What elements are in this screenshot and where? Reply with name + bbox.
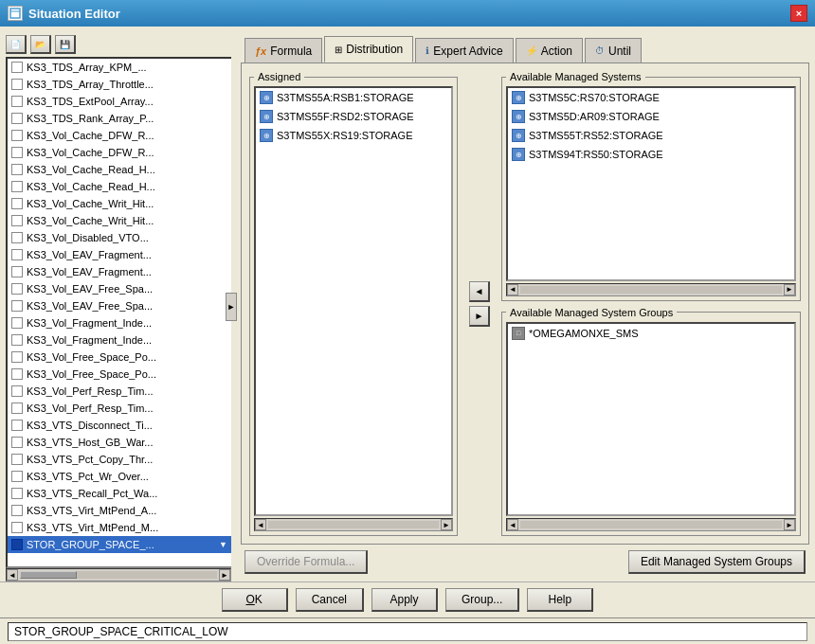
tab-distribution[interactable]: ⊞ Distribution	[324, 36, 413, 63]
list-item[interactable]: KS3_TDS_ExtPool_Array...	[8, 93, 231, 110]
item-checkbox[interactable]	[11, 402, 23, 414]
list-item[interactable]: KS3_Vol_EAV_Free_Spa...	[8, 280, 231, 297]
list-item[interactable]: KS3_Vol_Perf_Resp_Tim...	[8, 400, 231, 417]
item-checkbox[interactable]	[11, 130, 23, 141]
list-item[interactable]: KS3_VTS_Virt_MtPend_M...	[8, 519, 231, 536]
item-checkbox[interactable]	[11, 181, 23, 192]
item-checkbox[interactable]	[11, 79, 23, 90]
list-item[interactable]: KS3_Vol_Cache_DFW_R...	[8, 144, 231, 161]
list-item[interactable]: KS3_Vol_Cache_Writ_Hit...	[8, 212, 231, 229]
item-checkbox[interactable]	[11, 454, 23, 465]
available-system-item[interactable]: ⊕S3TMS5C:RS70:STORAGE	[508, 88, 794, 107]
list-item[interactable]: KS3_VTS_Recall_Pct_Wa...	[8, 485, 231, 502]
tab-action[interactable]: ⚡ Action	[516, 38, 583, 63]
left-hscroll-left[interactable]: ◄	[7, 569, 18, 581]
tab-until[interactable]: ⏱ Until	[585, 38, 642, 63]
assigned-listbox[interactable]: ⊕S3TMS55A:RSB1:STORAGE⊕S3TMS55F:RSD2:STO…	[254, 86, 453, 516]
tab-expert-advice[interactable]: ℹ Expert Advice	[415, 38, 513, 63]
list-item[interactable]: KS3_Vol_Free_Space_Po...	[8, 366, 231, 383]
avail-sys-hscroll-left[interactable]: ◄	[507, 284, 518, 295]
cancel-button[interactable]: Cancel	[296, 588, 364, 612]
group-button[interactable]: Group...	[445, 588, 519, 612]
left-hscroll-right[interactable]: ►	[219, 569, 230, 581]
list-item[interactable]: KS3_Vol_EAV_Free_Spa...	[8, 297, 231, 314]
list-item-selected[interactable]: STOR_GROUP_SPACE_... ▼	[8, 536, 231, 553]
open-button[interactable]: 📂	[30, 35, 51, 54]
available-system-item[interactable]: ⊕S3TMS94T:RS50:STORAGE	[508, 145, 794, 164]
item-label: KS3_Vol_Cache_Read_H...	[27, 181, 155, 192]
left-panel-resize[interactable]: ►	[226, 293, 237, 321]
list-item[interactable]: KS3_VTS_Pct_Copy_Thr...	[8, 451, 231, 468]
available-group-item[interactable]: □*OMEGAMONXE_SMS	[508, 324, 794, 343]
list-item[interactable]: KS3_Vol_Cache_Writ_Hit...	[8, 195, 231, 212]
list-item[interactable]: KS3_Vol_Disabled_VTO...	[8, 229, 231, 246]
item-checkbox[interactable]	[11, 96, 23, 107]
item-checkbox[interactable]	[11, 300, 23, 312]
list-item[interactable]: KS3_Vol_EAV_Fragment...	[8, 263, 231, 280]
assigned-item[interactable]: ⊕S3TMS55X:RS19:STORAGE	[256, 126, 451, 145]
new-button[interactable]: 📄	[6, 35, 27, 54]
item-checkbox[interactable]	[11, 385, 23, 397]
situation-list[interactable]: KS3_TDS_Array_KPM_...KS3_TDS_Array_Throt…	[6, 57, 231, 568]
assigned-item[interactable]: ⊕S3TMS55A:RSB1:STORAGE	[256, 88, 451, 107]
list-item[interactable]: KS3_TDS_Array_Throttle...	[8, 76, 231, 93]
item-checkbox[interactable]	[11, 437, 23, 448]
item-checkbox[interactable]	[11, 215, 23, 226]
available-system-item[interactable]: ⊕S3TMS55T:RS52:STORAGE	[508, 126, 794, 145]
list-item[interactable]: KS3_TDS_Array_KPM_...	[8, 59, 231, 76]
list-item[interactable]: KS3_Vol_Fragment_Inde...	[8, 314, 231, 331]
save-button[interactable]: 💾	[55, 35, 76, 54]
override-formula-button[interactable]: Override Formula...	[244, 550, 368, 574]
list-item[interactable]: KS3_VTS_Pct_Wr_Over...	[8, 468, 231, 485]
item-checkbox[interactable]	[11, 488, 23, 499]
apply-button[interactable]: Apply	[371, 588, 438, 612]
list-item[interactable]: KS3_VTS_Virt_MtPend_A...	[8, 502, 231, 519]
available-system-item[interactable]: ⊕S3TMS5D:AR09:STORAGE	[508, 107, 794, 126]
avail-grp-hscroll-right[interactable]: ►	[784, 519, 795, 530]
list-item[interactable]: KS3_Vol_Cache_DFW_R...	[8, 127, 231, 144]
list-item[interactable]: KS3_VTS_Host_GB_War...	[8, 434, 231, 451]
item-checkbox[interactable]	[11, 198, 23, 209]
list-item[interactable]: KS3_Vol_EAV_Fragment...	[8, 246, 231, 263]
help-button[interactable]: Help	[527, 588, 593, 612]
ok-button[interactable]: OK	[222, 588, 288, 612]
item-checkbox[interactable]	[11, 164, 23, 175]
assigned-hscroll-left[interactable]: ◄	[255, 519, 266, 530]
assigned-hscroll-right[interactable]: ►	[441, 519, 452, 530]
item-checkbox[interactable]	[11, 232, 23, 243]
item-checkbox[interactable]	[11, 505, 23, 516]
item-checkbox[interactable]	[11, 113, 23, 124]
list-item[interactable]: KS3_Vol_Cache_Read_H...	[8, 178, 231, 195]
item-checkbox[interactable]	[11, 420, 23, 431]
assigned-item[interactable]: ⊕S3TMS55F:RSD2:STORAGE	[256, 107, 451, 126]
item-checkbox[interactable]	[11, 62, 23, 73]
edit-groups-button[interactable]: Edit Managed System Groups	[628, 550, 806, 574]
list-item[interactable]: KS3_Vol_Free_Space_Po...	[8, 349, 231, 366]
available-groups-listbox[interactable]: □*OMEGAMONXE_SMS	[506, 322, 796, 517]
move-left-button[interactable]: ◄	[469, 281, 490, 302]
item-checkbox[interactable]	[11, 522, 23, 533]
move-right-button[interactable]: ►	[469, 306, 490, 327]
item-checkbox[interactable]	[11, 351, 23, 363]
item-checkbox[interactable]	[11, 471, 23, 482]
close-button[interactable]: ×	[790, 5, 807, 22]
list-item[interactable]: KS3_VTS_Disconnect_Ti...	[8, 417, 231, 434]
tab-formula[interactable]: ƒx Formula	[244, 38, 322, 63]
list-item[interactable]: KS3_Vol_Cache_Read_H...	[8, 161, 231, 178]
avail-grp-hscroll-left[interactable]: ◄	[507, 519, 518, 530]
item-checkbox[interactable]	[11, 539, 23, 550]
item-checkbox[interactable]	[11, 147, 23, 158]
item-checkbox[interactable]	[11, 249, 23, 260]
available-systems-listbox[interactable]: ⊕S3TMS5C:RS70:STORAGE⊕S3TMS5D:AR09:STORA…	[506, 86, 796, 281]
item-checkbox[interactable]	[11, 334, 23, 346]
item-checkbox[interactable]	[11, 368, 23, 380]
item-checkbox[interactable]	[11, 317, 23, 329]
list-item[interactable]: KS3_Vol_Fragment_Inde...	[8, 331, 231, 349]
item-checkbox[interactable]	[11, 266, 23, 277]
list-item[interactable]: KS3_TDS_Rank_Array_P...	[8, 110, 231, 127]
avail-sys-hscroll-right[interactable]: ►	[784, 284, 795, 295]
item-checkbox[interactable]	[11, 283, 23, 295]
item-label: KS3_Vol_Cache_DFW_R...	[27, 147, 154, 158]
list-item[interactable]: KS3_Vol_Perf_Resp_Tim...	[8, 383, 231, 400]
item-label: KS3_VTS_Virt_MtPend_A...	[27, 505, 156, 516]
